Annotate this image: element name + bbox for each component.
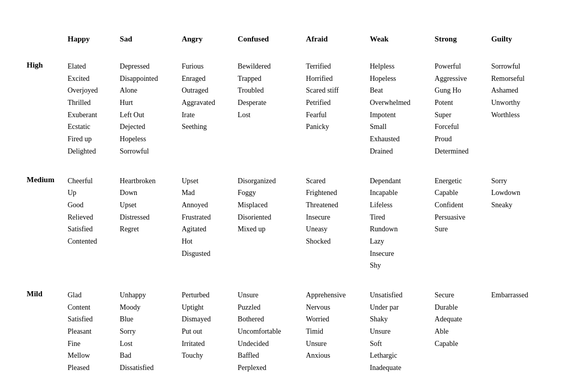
feeling-word: Blue bbox=[120, 314, 170, 325]
feeling-word: Outraged bbox=[182, 85, 225, 96]
feeling-word: Contented bbox=[68, 236, 108, 247]
feeling-word: Lost bbox=[238, 110, 294, 121]
cell-high-angry: FuriousEnragedOutragedAggravatedIrateSee… bbox=[176, 52, 232, 166]
feeling-word: Ashamed bbox=[491, 85, 539, 96]
feeling-word: Powerful bbox=[435, 61, 479, 72]
cell-high-weak: HelplessHopelessBeatOverwhelmedImpotentS… bbox=[364, 52, 429, 166]
feeling-word: Overjoyed bbox=[68, 85, 108, 96]
feeling-word: Distressed bbox=[120, 212, 170, 223]
cell-medium-strong: EnergeticCapableConfidentPersuasiveSure bbox=[429, 166, 485, 281]
feeling-word: Unsure bbox=[370, 326, 423, 337]
cell-medium-confused: DisorganizedFoggyMisplacedDisorientedMix… bbox=[232, 166, 300, 281]
feeling-word: Helpless bbox=[370, 61, 423, 72]
feeling-word: Scared stiff bbox=[306, 85, 358, 96]
feeling-word: Irritated bbox=[182, 338, 225, 350]
section-row-high: HighElatedExcitedOverjoyedThrilledExuber… bbox=[20, 52, 546, 166]
feeling-word: Desperate bbox=[238, 97, 294, 108]
feeling-word: Puzzled bbox=[238, 302, 294, 313]
feeling-word: Trapped bbox=[238, 73, 294, 84]
feeling-word: Exuberant bbox=[68, 110, 108, 121]
feeling-word: Threatened bbox=[306, 200, 358, 211]
col-header-guilty: Guilty bbox=[485, 31, 546, 52]
col-header-afraid: Afraid bbox=[300, 31, 364, 52]
feeling-word: Hurt bbox=[120, 97, 170, 108]
feeling-word: Lifeless bbox=[370, 200, 423, 211]
feeling-word: Shy bbox=[370, 260, 423, 271]
feeling-word: Uptight bbox=[182, 302, 225, 313]
feeling-word: Lowdown bbox=[491, 187, 539, 199]
feeling-word: Under par bbox=[370, 302, 423, 313]
feeling-word: Worthless bbox=[491, 110, 539, 121]
feeling-word: Able bbox=[435, 326, 479, 337]
feeling-word: Overwhelmed bbox=[370, 97, 423, 108]
feeling-word: Shocked bbox=[306, 236, 358, 247]
feeling-word: Adequate bbox=[435, 314, 479, 325]
feeling-word: Sorry bbox=[491, 176, 539, 187]
feeling-word: Aggressive bbox=[435, 73, 479, 84]
feeling-word: Hopeless bbox=[370, 73, 423, 84]
feeling-word: Bothered bbox=[238, 314, 294, 325]
feeling-word: Excited bbox=[68, 73, 108, 84]
feeling-word: Furious bbox=[182, 61, 225, 72]
feeling-word: Upset bbox=[120, 200, 170, 211]
feeling-word: Dependant bbox=[370, 176, 423, 187]
feeling-word: Insecure bbox=[370, 248, 423, 259]
feeling-word: Depressed bbox=[120, 61, 170, 72]
feeling-word: Lazy bbox=[370, 236, 423, 247]
feeling-word: Regret bbox=[120, 224, 170, 235]
cell-high-strong: PowerfulAggressiveGung HoPotentSuperForc… bbox=[429, 52, 485, 166]
feeling-word: Delighted bbox=[68, 146, 108, 157]
feeling-word: Uneasy bbox=[306, 224, 358, 235]
feeling-word: Apprehensive bbox=[306, 290, 358, 301]
feeling-word: Unworthy bbox=[491, 97, 539, 108]
cell-medium-guilty: SorryLowdownSneaky bbox=[485, 166, 546, 281]
feeling-word: Remorseful bbox=[491, 73, 539, 84]
feeling-word: Sure bbox=[435, 224, 479, 235]
header-row: Happy Sad Angry Confused Afraid Weak Str… bbox=[20, 31, 546, 52]
col-header-empty bbox=[20, 31, 61, 52]
feeling-word: Disgusted bbox=[182, 248, 225, 259]
cell-mild-angry: PerturbedUptightDismayedPut outIrritated… bbox=[176, 280, 232, 383]
feeling-word: Sorrowful bbox=[120, 146, 170, 157]
cell-medium-weak: DependantIncapableLifelessTiredRundownLa… bbox=[364, 166, 429, 281]
feeling-word: Touchy bbox=[182, 350, 225, 361]
cell-mild-weak: UnsatisfiedUnder parShakyUnsureSoftLetha… bbox=[364, 280, 429, 383]
feeling-word: Upset bbox=[182, 176, 225, 187]
feeling-word: Unhappy bbox=[120, 290, 170, 301]
feeling-word: Satisfied bbox=[68, 224, 108, 235]
feeling-word: Perturbed bbox=[182, 290, 225, 301]
feeling-word: Troubled bbox=[238, 85, 294, 96]
feeling-word: Beat bbox=[370, 85, 423, 96]
col-header-strong: Strong bbox=[429, 31, 485, 52]
feeling-word: Hopeless bbox=[120, 134, 170, 145]
cell-mild-confused: UnsurePuzzledBotheredUncomfortableUndeci… bbox=[232, 280, 300, 383]
feeling-word: Sorrowful bbox=[491, 61, 539, 72]
col-header-angry: Angry bbox=[176, 31, 232, 52]
feeling-word: Capable bbox=[435, 187, 479, 199]
feeling-word: Terrified bbox=[306, 61, 358, 72]
feeling-word: Unsure bbox=[306, 338, 358, 350]
feeling-word: Enraged bbox=[182, 73, 225, 84]
feeling-word: Relieved bbox=[68, 212, 108, 223]
feeling-word: Moody bbox=[120, 302, 170, 313]
cell-high-guilty: SorrowfulRemorsefulAshamedUnworthyWorthl… bbox=[485, 52, 546, 166]
feeling-word: Left Out bbox=[120, 110, 170, 121]
feeling-word: Dejected bbox=[120, 121, 170, 133]
feeling-word: Horrified bbox=[306, 73, 358, 84]
cell-mild-sad: UnhappyMoodyBlueSorryLostBadDissatisfied bbox=[114, 280, 176, 383]
level-label-mild: Mild bbox=[20, 280, 61, 383]
feeling-word: Mad bbox=[182, 187, 225, 199]
feeling-word: Undecided bbox=[238, 338, 294, 350]
feeling-word: Soft bbox=[370, 338, 423, 350]
feeling-word: Petrified bbox=[306, 97, 358, 108]
cell-mild-strong: SecureDurableAdequateAbleCapable bbox=[429, 280, 485, 383]
feeling-word: Pleasant bbox=[68, 326, 108, 337]
feeling-word: Irate bbox=[182, 110, 225, 121]
feeling-word: Gung Ho bbox=[435, 85, 479, 96]
feeling-word: Anxious bbox=[306, 350, 358, 361]
feeling-word: Durable bbox=[435, 302, 479, 313]
feeling-word: Sneaky bbox=[491, 200, 539, 211]
feeling-word: Disorganized bbox=[238, 176, 294, 187]
level-label-medium: Medium bbox=[20, 166, 61, 281]
feeling-word: Unsatisfied bbox=[370, 290, 423, 301]
